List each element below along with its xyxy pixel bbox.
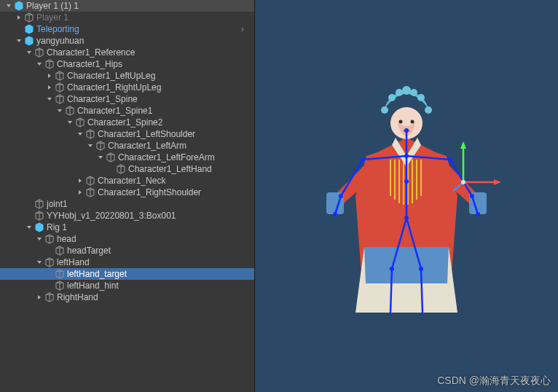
svg-point-18 xyxy=(381,106,388,114)
svg-point-16 xyxy=(410,89,417,96)
arrow-spacer xyxy=(45,270,54,278)
hierarchy-row[interactable]: Character1_RightShoulder xyxy=(0,187,254,198)
hierarchy-row[interactable]: Character1_RightUpLeg xyxy=(0,82,254,93)
hierarchy-row[interactable]: leftHand xyxy=(0,256,254,268)
chevron-right-icon[interactable]: › xyxy=(237,24,248,34)
hierarchy-item-label: Teleporting xyxy=(36,24,237,34)
expand-arrow-icon[interactable] xyxy=(76,176,85,185)
hierarchy-row[interactable]: Character1_LeftForeArm xyxy=(0,152,254,163)
gameobject-cube-icon xyxy=(54,82,66,93)
svg-point-12 xyxy=(411,120,414,124)
transform-gizmo[interactable] xyxy=(449,138,507,197)
svg-point-48 xyxy=(461,180,465,184)
gameobject-cube-icon xyxy=(85,175,96,187)
hierarchy-row[interactable]: Character1_LeftUpLeg xyxy=(0,70,254,82)
expand-arrow-icon[interactable] xyxy=(15,13,23,22)
gameobject-cube-icon xyxy=(34,47,45,58)
svg-point-36 xyxy=(339,194,343,198)
hierarchy-item-label: Rig 1 xyxy=(47,222,248,232)
arrow-spacer xyxy=(15,25,23,34)
hierarchy-row[interactable]: leftHand_hint xyxy=(0,280,254,291)
hierarchy-row[interactable]: YYHobj_v1_20220801_3:Box001 xyxy=(0,210,254,222)
gameobject-cube-icon xyxy=(85,187,96,198)
scene-viewport[interactable]: CSDN @瀚海青天夜夜心 xyxy=(255,0,558,392)
collapse-arrow-icon[interactable] xyxy=(15,36,23,45)
collapse-arrow-icon[interactable] xyxy=(96,153,105,162)
hierarchy-item-label: head xyxy=(57,234,248,244)
hierarchy-row[interactable]: headTarget xyxy=(0,245,254,256)
collapse-arrow-icon[interactable] xyxy=(25,48,34,57)
arrow-spacer xyxy=(25,200,34,208)
hierarchy-row[interactable]: head xyxy=(0,233,254,245)
hierarchy-row[interactable]: Character1_Reference xyxy=(0,47,254,58)
arrow-spacer xyxy=(106,165,115,173)
collapse-arrow-icon[interactable] xyxy=(76,130,85,138)
expand-arrow-icon[interactable] xyxy=(45,71,54,80)
gameobject-cube-icon xyxy=(54,280,66,291)
hierarchy-row[interactable]: Character1_Neck xyxy=(0,175,254,187)
hierarchy-item-label: Character1_Reference xyxy=(47,47,248,58)
hierarchy-row[interactable]: Character1_Spine2 xyxy=(0,117,254,128)
hierarchy-item-label: Character1_LeftForeArm xyxy=(118,152,248,162)
svg-point-40 xyxy=(476,212,480,216)
hierarchy-row[interactable]: Teleporting› xyxy=(0,23,254,35)
hierarchy-row[interactable]: joint1 xyxy=(0,198,254,210)
gameobject-cube-icon xyxy=(74,117,86,128)
hierarchy-row[interactable]: leftHand_target xyxy=(0,268,254,280)
hierarchy-row[interactable]: Rig 1 xyxy=(0,222,254,233)
svg-point-11 xyxy=(399,120,403,124)
expand-arrow-icon[interactable] xyxy=(35,293,44,302)
hierarchy-row[interactable]: Character1_LeftShoulder xyxy=(0,128,254,140)
gameobject-cube-icon xyxy=(44,291,55,303)
svg-marker-44 xyxy=(460,141,466,149)
collapse-arrow-icon[interactable] xyxy=(35,235,44,243)
gameobject-cube-icon xyxy=(54,268,66,280)
hierarchy-panel[interactable]: Player 1 (1) 1Player 1Teleporting›yangyu… xyxy=(0,0,255,392)
hierarchy-item-label: Character1_RightShoulder xyxy=(98,187,248,197)
hierarchy-row[interactable]: Character1_Spine1 xyxy=(0,105,254,117)
expand-arrow-icon[interactable] xyxy=(76,188,85,197)
collapse-arrow-icon[interactable] xyxy=(35,60,44,68)
hierarchy-item-label: Character1_Spine1 xyxy=(77,106,248,116)
watermark-text: CSDN @瀚海青天夜夜心 xyxy=(437,375,551,388)
hierarchy-row[interactable]: Character1_LeftHand xyxy=(0,163,254,175)
collapse-arrow-icon[interactable] xyxy=(35,258,44,267)
hierarchy-row[interactable]: RightHand xyxy=(0,291,254,303)
hierarchy-item-label: Character1_Spine2 xyxy=(87,117,248,128)
hierarchy-item-label: Character1_Spine xyxy=(67,94,248,104)
collapse-arrow-icon[interactable] xyxy=(25,223,34,232)
hierarchy-item-label: Player 1 (1) 1 xyxy=(26,1,248,11)
hierarchy-row[interactable]: Character1_Hips xyxy=(0,58,254,70)
hierarchy-row[interactable]: Player 1 xyxy=(0,12,254,23)
gameobject-cube-icon xyxy=(95,140,106,152)
hierarchy-item-label: leftHand xyxy=(57,257,248,267)
hierarchy-item-label: leftHand_target xyxy=(67,269,248,279)
hierarchy-row[interactable]: Character1_Spine xyxy=(0,93,254,105)
collapse-arrow-icon[interactable] xyxy=(45,95,54,103)
hierarchy-row[interactable]: Player 1 (1) 1 xyxy=(0,0,254,12)
hierarchy-item-label: Character1_Hips xyxy=(57,59,248,69)
svg-point-13 xyxy=(388,94,396,101)
hierarchy-item-label: Character1_LeftUpLeg xyxy=(67,71,248,81)
hierarchy-item-label: joint1 xyxy=(47,199,248,209)
svg-point-41 xyxy=(390,267,394,271)
hierarchy-item-label: leftHand_hint xyxy=(67,281,248,291)
prefab-cube-icon xyxy=(23,23,35,35)
gameobject-cube-icon xyxy=(85,128,96,140)
hierarchy-item-label: headTarget xyxy=(67,246,248,256)
collapse-arrow-icon[interactable] xyxy=(55,106,64,115)
hierarchy-row[interactable]: Character1_LeftArm xyxy=(0,140,254,152)
svg-point-15 xyxy=(402,86,411,95)
expand-arrow-icon[interactable] xyxy=(45,83,54,92)
svg-point-33 xyxy=(404,179,409,184)
svg-point-35 xyxy=(361,157,365,162)
svg-point-17 xyxy=(417,94,425,101)
collapse-arrow-icon[interactable] xyxy=(66,118,74,127)
hierarchy-item-label: Character1_Neck xyxy=(98,176,248,186)
hierarchy-item-label: Player 1 xyxy=(36,12,248,23)
collapse-arrow-icon[interactable] xyxy=(4,1,13,10)
collapse-arrow-icon[interactable] xyxy=(86,141,95,150)
gameobject-cube-icon xyxy=(44,256,55,268)
prefab-cube-icon xyxy=(34,222,45,233)
hierarchy-row[interactable]: yangyuhuan xyxy=(0,35,254,47)
